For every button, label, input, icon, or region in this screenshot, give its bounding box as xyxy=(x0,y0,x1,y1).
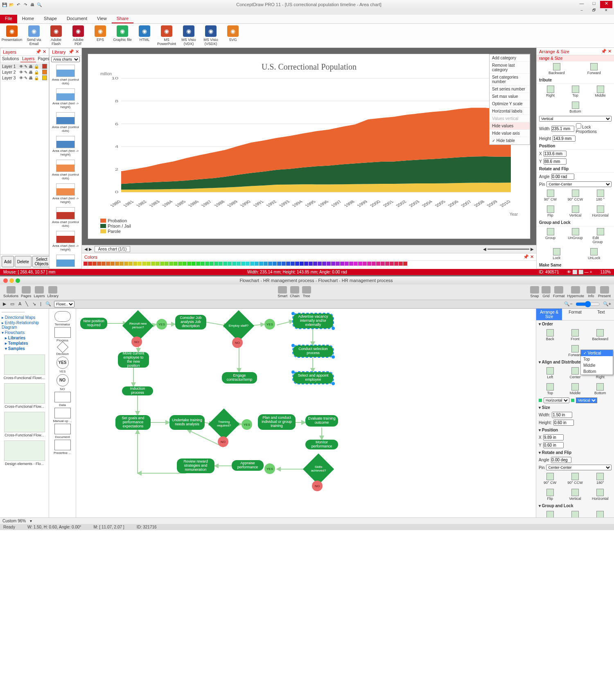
color-swatch[interactable] xyxy=(295,262,299,266)
y-input[interactable] xyxy=(544,158,567,165)
sample-thumb[interactable]: Cross-Functional Flow... xyxy=(1,383,48,409)
maximize-button[interactable]: □ xyxy=(588,1,600,8)
color-swatch[interactable] xyxy=(142,262,146,266)
color-swatch[interactable] xyxy=(156,262,160,266)
prop-group[interactable]: Group xyxy=(542,511,558,517)
color-swatch[interactable] xyxy=(250,262,254,266)
mac-max-button[interactable] xyxy=(16,278,20,283)
prop-forward[interactable]: Forward xyxy=(586,63,602,75)
tool-search-icon[interactable]: 🔍 xyxy=(44,301,52,307)
child-minimize-button[interactable]: – xyxy=(576,8,588,16)
ribbon-adobe flash[interactable]: ◉Adobe Flash xyxy=(47,25,65,46)
ctx-remove last category[interactable]: Remove last category xyxy=(490,62,530,74)
flow-y2[interactable]: YES xyxy=(264,319,275,330)
prop-front[interactable]: Front xyxy=(567,329,583,341)
flow-n6[interactable]: Conduct selection process xyxy=(293,345,333,357)
ribbon-ms visio (vsdx)[interactable]: ◉MS Visio (VSDX) xyxy=(201,25,220,46)
color-swatch[interactable] xyxy=(367,262,371,266)
flow-n19[interactable]: Review reward strategies and remuneratio… xyxy=(177,458,214,473)
prop-vertical[interactable]: Vertical xyxy=(568,205,583,217)
flow-n15[interactable]: Evaluate training outcome xyxy=(305,415,338,427)
sample-thumb[interactable]: Cross-Functional Flow... xyxy=(1,412,48,437)
home-tab[interactable]: Home xyxy=(17,15,39,23)
flow-n11[interactable]: Set goals and performance expectations xyxy=(115,415,151,430)
shape-manual op ...[interactable]: Manual op ... xyxy=(51,408,74,423)
layers-select-button[interactable]: Select Objects xyxy=(32,256,51,267)
vertical-distribute-popup[interactable]: ✓ VerticalTopMiddleBottom xyxy=(580,350,613,375)
chart-context-menu[interactable]: Add categoryRemove last categorySet cate… xyxy=(489,54,530,145)
qat-folder-icon[interactable]: 📂 xyxy=(9,2,14,7)
color-swatch[interactable] xyxy=(246,262,250,266)
flowchart-canvas[interactable]: New position requiredRecruit new person?… xyxy=(76,309,536,517)
colors-palette[interactable] xyxy=(82,261,536,269)
toolbar-present[interactable]: Present xyxy=(598,286,611,298)
prop-backward[interactable]: Backward xyxy=(549,63,564,75)
layers-tab-solutions[interactable]: Solutions xyxy=(0,56,20,62)
flow-n8[interactable]: Move current employee to the new positio… xyxy=(118,352,149,368)
child-close-button[interactable]: ✕ xyxy=(600,8,612,16)
flow-n5[interactable]: Advertise vacancy internally and/or exte… xyxy=(293,314,333,328)
prop-ungroup[interactable]: UnGroup xyxy=(567,511,583,517)
color-swatch[interactable] xyxy=(210,262,214,266)
toolbar-hypernote[interactable]: Hypernote xyxy=(567,286,584,298)
ctx-horizontal labels[interactable]: Horizontal labels xyxy=(490,108,530,115)
color-swatch[interactable] xyxy=(241,262,245,266)
prop-backward[interactable]: Backward xyxy=(592,329,608,341)
ribbon-ms powerpoint[interactable]: ◉MS PowerPoint xyxy=(157,25,176,46)
color-swatch[interactable] xyxy=(205,262,209,266)
library-item[interactable]: Area chart - serial xyxy=(50,254,81,269)
flow-n14[interactable]: Plan and conduct individual or group tra… xyxy=(258,414,296,430)
color-swatch[interactable] xyxy=(201,262,205,266)
flow-n7[interactable]: Select and appoint employee xyxy=(293,372,333,384)
page-tab-label[interactable]: Area chart (1/1) xyxy=(95,246,130,252)
shape-decision[interactable]: Decision xyxy=(51,343,74,356)
flow-no2[interactable]: NO xyxy=(232,337,243,348)
color-swatch[interactable] xyxy=(223,262,227,266)
color-swatch[interactable] xyxy=(97,262,101,266)
color-swatch[interactable] xyxy=(273,262,277,266)
flow-n18[interactable]: Appraise performance xyxy=(232,460,264,471)
library-item[interactable]: Area chart (text -> height) xyxy=(50,230,81,254)
prop-middle[interactable]: Middle xyxy=(593,86,608,97)
lock-prop-label[interactable]: Lock Proportions xyxy=(576,123,612,134)
prop-right[interactable]: Right xyxy=(543,86,558,97)
color-swatch[interactable] xyxy=(151,262,155,266)
shape-terminator[interactable]: Terminator xyxy=(51,311,74,326)
prop-lock[interactable]: Lock xyxy=(592,511,608,517)
prop-flip[interactable]: Flip xyxy=(543,205,558,217)
library-selector[interactable]: Area charts xyxy=(51,56,80,62)
flow-no4[interactable]: NO xyxy=(312,481,323,491)
prop-middle[interactable]: Middle xyxy=(567,383,583,395)
color-swatch[interactable] xyxy=(259,262,263,266)
shape-no[interactable]: NONO xyxy=(51,374,74,391)
color-swatch[interactable] xyxy=(120,262,124,266)
color-swatch[interactable] xyxy=(291,262,295,266)
flow-n13[interactable]: Training required? xyxy=(208,409,239,440)
color-swatch[interactable] xyxy=(88,262,92,266)
shape-yes[interactable]: YESYES xyxy=(51,357,74,373)
flow-y3[interactable]: YES xyxy=(242,419,252,430)
color-swatch[interactable] xyxy=(282,262,286,266)
prop-top[interactable]: Top xyxy=(542,383,558,395)
dist-vert-select[interactable]: Vertical xyxy=(539,116,612,122)
qat-save-icon[interactable]: 💾 xyxy=(2,2,7,7)
layers-delete-button[interactable]: Delete xyxy=(15,256,32,267)
color-swatch[interactable] xyxy=(178,262,182,266)
color-swatch[interactable] xyxy=(340,262,344,266)
x-input-2[interactable] xyxy=(543,434,564,440)
color-swatch[interactable] xyxy=(381,262,385,266)
flow-n12[interactable]: Undertake training needs analysis xyxy=(169,415,205,430)
x-input[interactable] xyxy=(544,151,567,157)
prop-unlock[interactable]: UnLock xyxy=(586,248,602,260)
page-tabs[interactable]: ◀ ▶Area chart (1/1) ◀ ━━━━━━━━━━━━━━━━━ … xyxy=(82,245,536,253)
ctx-set series number[interactable]: Set series number xyxy=(490,86,530,93)
color-swatch[interactable] xyxy=(403,262,407,266)
colors-pin-icon[interactable]: 📌 ✕ xyxy=(523,254,534,260)
color-swatch[interactable] xyxy=(313,262,317,266)
toolbar-library[interactable]: Library xyxy=(47,286,59,298)
color-swatch[interactable] xyxy=(349,262,353,266)
color-swatch[interactable] xyxy=(196,262,200,266)
color-swatch[interactable] xyxy=(106,262,110,266)
prop-ungroup[interactable]: UnGroup xyxy=(568,228,583,244)
ctx-set max value[interactable]: Set max value xyxy=(490,93,530,100)
